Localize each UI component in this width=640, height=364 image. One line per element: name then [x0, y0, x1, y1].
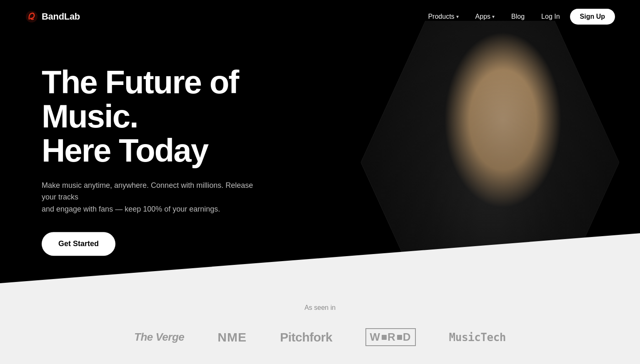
press-logo-wired: WRD	[365, 328, 415, 346]
logo[interactable]: BandLab	[25, 10, 80, 23]
logo-text: BandLab	[42, 11, 80, 22]
hero-title: The Future of Music. Here Today	[42, 65, 325, 168]
press-label: As seen in	[305, 304, 336, 312]
nav-links: Products ▾ Apps ▾ Blog Log In Sign Up	[421, 9, 615, 25]
signup-button[interactable]: Sign Up	[570, 9, 615, 25]
nav-products[interactable]: Products ▾	[421, 10, 465, 24]
svg-point-9	[495, 135, 514, 144]
svg-point-0	[26, 11, 38, 22]
svg-point-8	[466, 135, 485, 144]
press-logos: The Verge NME Pitchfork WRD MusicTech	[134, 328, 506, 346]
press-logo-musictech: MusicTech	[449, 331, 506, 344]
svg-point-12	[506, 54, 574, 109]
hero-section: The Future of Music. Here Today Make mus…	[0, 0, 640, 283]
nav-apps[interactable]: Apps ▾	[469, 10, 501, 24]
chevron-down-icon: ▾	[456, 14, 459, 20]
nav-blog[interactable]: Blog	[505, 10, 531, 24]
svg-point-6	[442, 83, 538, 192]
svg-point-7	[442, 69, 538, 119]
press-logo-pitchfork: Pitchfork	[280, 330, 332, 344]
press-logo-the-verge: The Verge	[134, 331, 184, 344]
press-logo-nme: NME	[218, 330, 247, 344]
hero-subtitle: Make music anytime, anywhere. Connect wi…	[42, 180, 258, 215]
bandlab-logo-icon	[25, 10, 38, 23]
hero-content: The Future of Music. Here Today Make mus…	[42, 65, 325, 256]
chevron-down-icon: ▾	[492, 14, 495, 20]
nav-login[interactable]: Log In	[535, 10, 566, 24]
svg-point-11	[509, 163, 512, 166]
get-started-button[interactable]: Get Started	[42, 232, 115, 256]
press-section: As seen in The Verge NME Pitchfork WRD M…	[0, 283, 640, 364]
svg-point-10	[488, 156, 492, 160]
navigation: BandLab Products ▾ Apps ▾ Blog Log In Si…	[0, 0, 640, 33]
